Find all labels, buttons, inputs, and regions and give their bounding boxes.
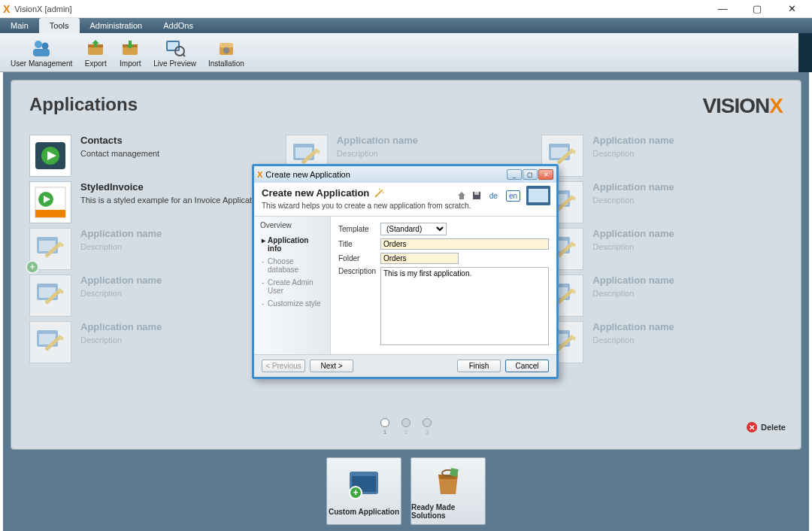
app-description: Description xyxy=(80,289,162,298)
dialog-minimize-button[interactable]: _ xyxy=(507,169,522,180)
app-title: Application name xyxy=(80,275,162,286)
pager: 1 2 3 xyxy=(380,418,432,435)
pager-dot-2[interactable] xyxy=(401,418,411,427)
tool-label: Installation xyxy=(208,59,244,68)
app-icon: + xyxy=(29,228,71,270)
bottom-actions: + Custom Application Ready Made Solution… xyxy=(11,457,801,525)
svg-point-1 xyxy=(42,43,49,50)
dialog-hero-icon xyxy=(526,186,550,205)
save-icon[interactable] xyxy=(472,191,481,200)
menu-tab-main[interactable]: Main xyxy=(0,18,39,33)
app-icon xyxy=(29,181,71,223)
tool-label: User Management xyxy=(11,59,72,68)
app-item[interactable]: ContactsContact management xyxy=(29,135,271,177)
tool-import[interactable]: Import xyxy=(113,35,147,69)
app-item[interactable]: Application nameDescription xyxy=(541,275,783,317)
dialog-form: Template (Standard) Title Folder Descrip… xyxy=(331,217,556,354)
svg-rect-75 xyxy=(529,189,548,202)
app-description: Contact management xyxy=(80,149,159,158)
steps-title: Overview xyxy=(260,221,324,229)
pager-dot-3[interactable] xyxy=(423,418,432,427)
app-description: Description xyxy=(592,335,674,344)
dialog-logo-icon: X xyxy=(257,170,262,179)
export-icon xyxy=(84,37,107,59)
svg-line-10 xyxy=(183,54,185,56)
step-create-admin-user[interactable]: Create Admin User xyxy=(260,276,324,297)
folder-input[interactable] xyxy=(380,253,459,264)
window-maximize-button[interactable]: ▢ xyxy=(740,0,774,18)
lang-en[interactable]: en xyxy=(506,190,520,202)
delete-icon: ✕ xyxy=(747,422,757,432)
app-description: Description xyxy=(592,289,674,298)
brand-logo: VISIONX xyxy=(702,94,783,118)
home-icon[interactable] xyxy=(457,191,466,200)
dialog-maximize-button[interactable]: ▢ xyxy=(523,169,538,180)
dialog-titlebar[interactable]: X Create new Application _ ▢ ✕ xyxy=(254,166,556,183)
svg-line-68 xyxy=(375,191,381,197)
tool-user-management[interactable]: User Management xyxy=(5,35,78,69)
step-application-info[interactable]: Application info xyxy=(260,234,324,255)
tool-live-preview[interactable]: Live Preview xyxy=(147,35,202,69)
svg-rect-2 xyxy=(33,49,50,56)
menu-tab-tools[interactable]: Tools xyxy=(39,18,80,33)
app-item[interactable]: StyledInvoiceThis is a styled example fo… xyxy=(29,181,271,223)
svg-rect-73 xyxy=(474,192,479,195)
title-input[interactable] xyxy=(380,238,549,250)
previous-button: < Previous xyxy=(262,360,305,372)
app-description: Description xyxy=(592,242,674,251)
app-icon xyxy=(29,275,71,317)
next-button[interactable]: Next > xyxy=(310,360,353,372)
wand-icon xyxy=(374,188,384,199)
svg-text:+: + xyxy=(353,487,358,498)
svg-rect-12 xyxy=(220,43,233,47)
label-template: Template xyxy=(338,225,380,233)
app-item[interactable]: +Application nameDescription xyxy=(29,228,271,270)
app-item[interactable]: Application nameDescription xyxy=(29,321,271,363)
description-textarea[interactable]: This is my first application. xyxy=(380,267,549,345)
menu-tab-administration[interactable]: Administration xyxy=(80,18,153,33)
step-choose-database[interactable]: Choose database xyxy=(260,255,324,276)
app-item[interactable]: Application nameDescription xyxy=(541,181,783,223)
app-item[interactable]: Application nameDescription xyxy=(541,228,783,270)
app-item[interactable]: Application nameDescription xyxy=(541,135,783,177)
app-icon xyxy=(29,135,71,177)
finish-button[interactable]: Finish xyxy=(457,360,501,372)
app-icon xyxy=(29,321,71,363)
lang-de[interactable]: de xyxy=(487,191,500,201)
add-badge-icon: + xyxy=(26,260,39,274)
svg-point-71 xyxy=(383,192,384,193)
app-item[interactable]: Application nameDescription xyxy=(541,321,783,363)
step-customize-style[interactable]: Customize style xyxy=(260,297,324,310)
cancel-button[interactable]: Cancel xyxy=(505,360,549,372)
app-title: Application name xyxy=(592,275,674,286)
svg-point-0 xyxy=(35,41,42,48)
dialog-subtitle: This wizard helps you to create a new ap… xyxy=(262,202,471,210)
window-close-button[interactable]: ✕ xyxy=(774,0,809,18)
window-titlebar: X VisionX [admin] — ▢ ✕ xyxy=(0,0,812,18)
app-title: Application name xyxy=(592,181,674,193)
svg-rect-15 xyxy=(223,49,229,52)
menu-tab-addons[interactable]: AddOns xyxy=(153,18,204,33)
template-select[interactable]: (Standard) xyxy=(380,223,447,235)
installation-icon xyxy=(215,37,238,59)
window-title: VisionX [admin] xyxy=(14,5,71,14)
dialog-body: Overview Application info Choose databas… xyxy=(254,217,556,354)
window-minimize-button[interactable]: — xyxy=(705,0,740,18)
delete-button[interactable]: ✕ Delete xyxy=(747,422,786,432)
pager-dot-1[interactable] xyxy=(380,418,389,427)
ready-made-solutions-button[interactable]: Ready Made Solutions xyxy=(411,457,486,525)
tool-installation[interactable]: Installation xyxy=(202,35,250,69)
tool-label: Live Preview xyxy=(153,59,196,68)
app-logo-icon: X xyxy=(3,3,10,15)
svg-rect-26 xyxy=(35,210,65,217)
wizard-steps: Overview Application info Choose databas… xyxy=(254,217,331,354)
users-icon xyxy=(30,37,53,59)
dialog-title: Create new Application xyxy=(265,170,350,179)
app-item[interactable]: Application nameDescription xyxy=(29,275,271,317)
app-description: Description xyxy=(592,196,674,205)
tool-export[interactable]: Export xyxy=(78,35,113,69)
custom-application-button[interactable]: + Custom Application xyxy=(326,457,401,525)
app-description: Description xyxy=(337,149,418,158)
custom-app-icon: + xyxy=(346,467,382,503)
dialog-close-button[interactable]: ✕ xyxy=(538,169,553,180)
